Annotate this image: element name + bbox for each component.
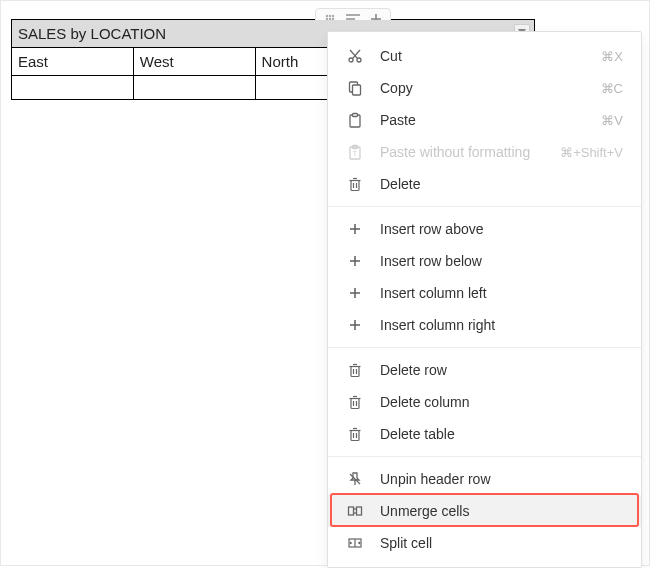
unmerge-icon <box>346 503 364 519</box>
menu-item-copy[interactable]: Copy⌘C <box>328 72 641 104</box>
menu-item-shortcut: ⌘X <box>601 49 623 64</box>
menu-item-shortcut: ⌘V <box>601 113 623 128</box>
svg-rect-53 <box>349 507 354 515</box>
menu-item-label: Insert row above <box>380 221 623 237</box>
paste-plain-icon: T <box>346 144 364 160</box>
menu-item-label: Insert column left <box>380 285 623 301</box>
trash-icon <box>346 362 364 378</box>
unpin-icon <box>346 471 364 487</box>
menu-item-label: Paste <box>380 112 601 128</box>
svg-rect-19 <box>353 114 358 117</box>
menu-item-insert-column-left[interactable]: Insert column left <box>328 277 641 309</box>
svg-point-12 <box>349 58 353 62</box>
menu-item-label: Delete row <box>380 362 623 378</box>
plus-icon <box>346 318 364 332</box>
svg-rect-17 <box>353 85 361 95</box>
menu-item-shortcut: ⌘+Shift+V <box>560 145 623 160</box>
cut-icon <box>346 48 364 64</box>
svg-point-1 <box>329 15 331 17</box>
context-menu[interactable]: Cut⌘XCopy⌘CPaste⌘VTPaste without formatt… <box>327 31 642 568</box>
svg-rect-54 <box>357 507 362 515</box>
plus-icon <box>346 254 364 268</box>
menu-item-label: Unpin header row <box>380 471 623 487</box>
trash-icon <box>346 426 364 442</box>
svg-rect-23 <box>351 181 359 191</box>
menu-item-label: Delete <box>380 176 623 192</box>
trash-icon <box>346 176 364 192</box>
menu-separator <box>328 206 641 207</box>
menu-item-label: Unmerge cells <box>380 503 623 519</box>
svg-point-2 <box>332 15 334 17</box>
table-cell[interactable] <box>12 76 134 100</box>
menu-item-label: Paste without formatting <box>380 144 560 160</box>
svg-rect-46 <box>351 431 359 441</box>
table-cell[interactable]: West <box>133 48 255 76</box>
svg-point-13 <box>357 58 361 62</box>
svg-rect-36 <box>351 367 359 377</box>
menu-item-insert-row-below[interactable]: Insert row below <box>328 245 641 277</box>
svg-rect-41 <box>351 399 359 409</box>
split-icon <box>346 535 364 551</box>
copy-icon <box>346 80 364 96</box>
menu-item-delete-table[interactable]: Delete table <box>328 418 641 450</box>
menu-item-label: Insert column right <box>380 317 623 333</box>
plus-icon <box>346 222 364 236</box>
plus-icon <box>346 286 364 300</box>
menu-item-unmerge-cells[interactable]: Unmerge cells <box>328 495 641 527</box>
menu-item-shortcut: ⌘C <box>601 81 623 96</box>
menu-item-split-cell[interactable]: Split cell <box>328 527 641 559</box>
menu-item-delete[interactable]: Delete <box>328 168 641 200</box>
menu-item-label: Delete table <box>380 426 623 442</box>
menu-separator <box>328 456 641 457</box>
menu-item-delete-column[interactable]: Delete column <box>328 386 641 418</box>
menu-item-unpin-header-row[interactable]: Unpin header row <box>328 463 641 495</box>
paste-icon <box>346 112 364 128</box>
menu-item-paste-without-formatting: TPaste without formatting⌘+Shift+V <box>328 136 641 168</box>
menu-item-label: Split cell <box>380 535 623 551</box>
svg-text:T: T <box>353 150 358 157</box>
menu-item-delete-row[interactable]: Delete row <box>328 354 641 386</box>
table-cell[interactable] <box>133 76 255 100</box>
menu-separator <box>328 347 641 348</box>
table-title: SALES by LOCATION <box>18 25 166 42</box>
menu-item-cut[interactable]: Cut⌘X <box>328 40 641 72</box>
menu-item-insert-row-above[interactable]: Insert row above <box>328 213 641 245</box>
table-cell[interactable]: East <box>12 48 134 76</box>
menu-item-label: Insert row below <box>380 253 623 269</box>
menu-item-insert-column-right[interactable]: Insert column right <box>328 309 641 341</box>
svg-point-0 <box>326 15 328 17</box>
trash-icon <box>346 394 364 410</box>
menu-item-paste[interactable]: Paste⌘V <box>328 104 641 136</box>
menu-item-label: Delete column <box>380 394 623 410</box>
menu-item-label: Copy <box>380 80 601 96</box>
menu-item-label: Cut <box>380 48 601 64</box>
